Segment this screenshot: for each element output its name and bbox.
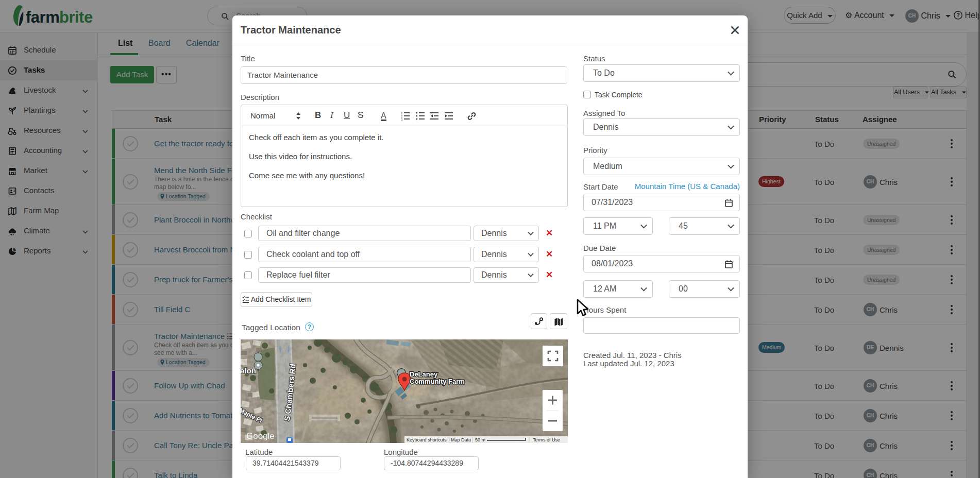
svg-text:3: 3	[401, 118, 403, 121]
svg-text:DeLaney: DeLaney	[410, 370, 438, 378]
svg-text:Map Data: Map Data	[451, 437, 471, 442]
svg-text:alon: alon	[241, 366, 256, 375]
svg-text:Keyboard shortcuts: Keyboard shortcuts	[407, 437, 447, 442]
svg-text:Community Farm: Community Farm	[410, 378, 465, 385]
svg-text:50 m: 50 m	[475, 437, 485, 442]
svg-text:Google: Google	[246, 431, 275, 441]
svg-text:Terms of Use: Terms of Use	[533, 437, 560, 442]
